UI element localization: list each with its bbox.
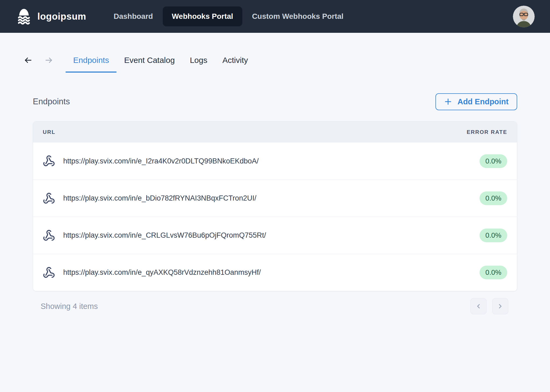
endpoint-url: https://play.svix.com/in/e_qyAXKQ58rVdzn…	[63, 268, 261, 277]
arrow-right-icon	[44, 56, 54, 65]
forward-button[interactable]	[42, 53, 56, 67]
logoipsum-icon	[15, 8, 33, 25]
arrow-left-icon	[23, 56, 33, 65]
endpoint-url: https://play.svix.com/in/e_CRLGLvsW76Bu6…	[63, 231, 266, 240]
portal-tab-bar: Endpoints Event Catalog Logs Activity	[0, 48, 550, 73]
user-photo-icon	[513, 6, 535, 27]
table-footer: Showing 4 items	[33, 298, 517, 314]
error-rate-badge: 0.0%	[480, 154, 507, 168]
nav-item-dashboard[interactable]: Dashboard	[105, 6, 161, 26]
nav-item-webhooks-portal[interactable]: Webhooks Portal	[163, 6, 242, 26]
page-header: Endpoints Add Endpoint	[33, 94, 517, 110]
plus-icon	[444, 98, 452, 106]
error-rate-badge: 0.0%	[480, 266, 507, 279]
webhook-icon	[43, 266, 55, 279]
table-header-row: URL ERROR RATE	[33, 122, 517, 142]
chevron-right-icon	[497, 303, 504, 310]
nav-item-custom-webhooks-portal[interactable]: Custom Webhooks Portal	[244, 6, 352, 26]
add-endpoint-label: Add Endpoint	[457, 97, 509, 106]
endpoint-cell: https://play.svix.com/in/e_qyAXKQ58rVdzn…	[43, 266, 261, 279]
previous-page-button[interactable]	[470, 298, 487, 314]
brand-name: logoipsum	[37, 11, 86, 22]
top-navigation-bar: logoipsum Dashboard Webhooks Portal Cust…	[0, 0, 550, 33]
endpoint-cell: https://play.svix.com/in/e_CRLGLvsW76Bu6…	[43, 229, 266, 242]
table-row[interactable]: https://play.svix.com/in/e_qyAXKQ58rVdzn…	[33, 254, 517, 291]
table-row[interactable]: https://play.svix.com/in/e_CRLGLvsW76Bu6…	[33, 217, 517, 254]
endpoint-cell: https://play.svix.com/in/e_bDio782fRYNAI…	[43, 192, 256, 205]
pagination	[470, 298, 508, 314]
chevron-left-icon	[475, 303, 482, 310]
error-rate-badge: 0.0%	[480, 229, 507, 242]
webhook-icon	[43, 155, 55, 167]
table-row[interactable]: https://play.svix.com/in/e_bDio782fRYNAI…	[33, 180, 517, 217]
column-header-url: URL	[43, 129, 55, 135]
add-endpoint-button[interactable]: Add Endpoint	[435, 93, 517, 110]
endpoints-page: Endpoints Add Endpoint URL ERROR RATE ht…	[0, 94, 550, 314]
next-page-button[interactable]	[492, 298, 508, 314]
tab-logs[interactable]: Logs	[182, 48, 215, 73]
column-header-error-rate: ERROR RATE	[467, 129, 507, 135]
user-avatar[interactable]	[513, 6, 535, 27]
endpoints-table: URL ERROR RATE https://play.svix.com/in/…	[33, 121, 517, 291]
error-rate-badge: 0.0%	[480, 191, 507, 205]
tabs: Endpoints Event Catalog Logs Activity	[66, 48, 256, 73]
brand-logo[interactable]: logoipsum	[15, 8, 86, 25]
primary-nav: Dashboard Webhooks Portal Custom Webhook…	[105, 6, 352, 26]
table-row[interactable]: https://play.svix.com/in/e_I2ra4K0v2r0DL…	[33, 142, 517, 180]
endpoint-cell: https://play.svix.com/in/e_I2ra4K0v2r0DL…	[43, 155, 259, 167]
webhook-icon	[43, 192, 55, 205]
tab-event-catalog[interactable]: Event Catalog	[116, 48, 182, 73]
back-button[interactable]	[21, 53, 35, 67]
items-count-text: Showing 4 items	[41, 302, 98, 311]
endpoint-url: https://play.svix.com/in/e_bDio782fRYNAI…	[63, 194, 256, 202]
page-title: Endpoints	[33, 97, 70, 106]
tab-activity[interactable]: Activity	[215, 48, 256, 73]
webhook-icon	[43, 229, 55, 242]
endpoint-url: https://play.svix.com/in/e_I2ra4K0v2r0DL…	[63, 157, 259, 165]
tab-endpoints[interactable]: Endpoints	[66, 48, 116, 73]
